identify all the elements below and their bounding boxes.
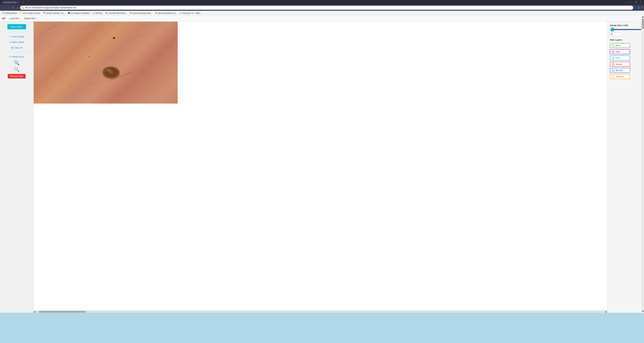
load-file-menu[interactable]: Load File ▾ — [8, 16, 21, 20]
scroll-down-button[interactable]: ▼ — [642, 310, 644, 313]
mole-label: Mole — [616, 44, 620, 47]
bookmark-lesiondb[interactable]: 🔖 Lesiondb administrati... — [104, 12, 128, 14]
pore-radio[interactable] — [612, 57, 614, 59]
profile-icon[interactable]: 👤 — [638, 6, 640, 9]
github-icon-2: 🐱 — [155, 12, 157, 14]
red-spot-2 — [70, 86, 71, 86]
stroke-value-input[interactable]: 5 — [610, 32, 620, 36]
reset-icon: ↻ — [10, 56, 11, 58]
scroll-thumb-vertical[interactable] — [642, 22, 644, 29]
horizontal-scrollbar[interactable]: ◀ ▶ — [34, 310, 607, 313]
home-button[interactable]: ⌂ — [16, 6, 19, 10]
layer-redness-button[interactable]: Redness — [610, 74, 630, 79]
redo-icon: ↪ — [9, 41, 11, 44]
bookmark-label: REDCap — [95, 12, 102, 14]
mole-radio[interactable] — [612, 44, 614, 47]
tab-title: Annotation Tool — [3, 1, 16, 3]
hair-line — [126, 32, 146, 42]
bookmark-label: Homepage | DeepMind — [70, 12, 90, 14]
menu-icon[interactable]: ≡ — [641, 6, 643, 9]
layer-hair-button[interactable]: Hair — [610, 49, 630, 54]
redo-stroke-label: Redo Stroke — [12, 41, 24, 44]
refresh-button[interactable]: ↻ — [12, 6, 15, 10]
extensions-icon[interactable]: ⋯ — [634, 6, 636, 9]
scroll-right-button[interactable]: ▶ — [606, 311, 607, 313]
clear-all-button[interactable]: 🗑 Clear All — [10, 46, 24, 50]
hair-line — [39, 25, 56, 35]
pore-label: Pore — [616, 57, 620, 59]
close-button[interactable]: × — [640, 1, 643, 4]
scroll-left-button[interactable]: ◀ — [34, 311, 35, 313]
wrinkle-radio[interactable] — [612, 69, 614, 72]
restore-button[interactable]: ❐ — [634, 1, 638, 4]
url-text: file:///C:/develop/IAT-image-annotation-… — [25, 6, 629, 9]
layer-wrinkle-button[interactable]: Wrinkle — [610, 68, 630, 73]
clear-all-label: Clear All — [14, 46, 22, 49]
redcap-icon: 📋 — [92, 12, 94, 14]
redo-stroke-button[interactable]: ↪ Redo Stroke — [8, 40, 26, 44]
hair-label: Hair — [616, 50, 620, 53]
bookmark-label: raluca-san/python-util... — [158, 12, 177, 14]
bitbucket-icon: 🔗 — [180, 12, 182, 14]
load-file-label: Load File — [10, 17, 18, 20]
bookmark-label: Google Calendar - Au... — [46, 12, 65, 14]
undo-stroke-button[interactable]: ↩ Undo Stroke — [8, 35, 26, 38]
zoom-out-button[interactable]: 🔍 — [14, 67, 20, 72]
bookmark-raluca-python[interactable]: 🐱 raluca-san/python-util... — [154, 12, 178, 14]
bookmark-raluca-seg[interactable]: 🐱 raluca-san/segmentati... — [129, 12, 153, 14]
zoom-in-button[interactable]: 🔍 — [14, 60, 20, 65]
layer-vessel-button[interactable]: Vessel — [610, 62, 630, 66]
reload-page-button[interactable]: Reload Page — [8, 74, 26, 78]
export-file-menu[interactable]: Export File ▾ — [23, 16, 37, 20]
title-bar-controls: ∞ − ❐ × — [626, 1, 643, 4]
skin-layers-title: Skin Layers — [610, 38, 641, 41]
bookmark-label: Getting Started — [4, 12, 17, 14]
app-container: IAT Load File ▾ Export File ▾ Draw Strok… — [0, 16, 644, 343]
app-toolbar: IAT Load File ▾ Export File ▾ — [0, 16, 644, 22]
red-spot-1 — [88, 56, 90, 57]
annotation-canvas[interactable] — [34, 22, 178, 104]
reset-zoom-button[interactable]: ↻ Reset Zoom — [8, 55, 26, 58]
new-tab-button[interactable]: + — [21, 1, 25, 4]
title-bar: Annotation Tool × + ∞ − ❐ × — [0, 0, 644, 5]
app-logo: IAT — [2, 17, 6, 20]
browser-tab[interactable]: Annotation Tool × — [1, 1, 20, 4]
bookmark-artorg[interactable]: 🔗 artorg_igt / lit — Bitbu... — [178, 12, 203, 14]
forward-button[interactable]: → — [6, 6, 10, 10]
bookmark-deepmind[interactable]: 🔵 Homepage | DeepMind — [67, 12, 90, 14]
small-mole — [113, 37, 115, 39]
vessel-radio[interactable] — [612, 63, 614, 66]
bookmark-star-icon[interactable]: ☆ — [630, 7, 632, 9]
bookmark-from-chrome[interactable]: 📁 From Google Chrome — [18, 12, 41, 14]
bookmark-redcap[interactable]: 📋 REDCap — [91, 12, 103, 14]
extension-icon[interactable]: ∞ — [626, 1, 628, 4]
bottom-section — [0, 313, 644, 343]
right-panel: Stroke Size 1-100 5 Skin Layers Mole — [607, 22, 644, 313]
browser-window: Annotation Tool × + ∞ − ❐ × ← → ↻ ⌂ 🔒 fi… — [0, 0, 644, 343]
hair-line — [143, 72, 158, 83]
address-bar[interactable]: 🔒 file:///C:/develop/IAT-image-annotatio… — [20, 6, 633, 10]
bookmark-label: From Google Chrome — [22, 12, 40, 14]
back-button[interactable]: ← — [1, 6, 5, 10]
bookmarks-bar: ★ Getting Started 📁 From Google Chrome 📅… — [0, 11, 644, 16]
hair-radio[interactable] — [612, 51, 614, 53]
stroke-size-slider[interactable] — [610, 29, 641, 30]
layer-mole-button[interactable]: Mole — [610, 43, 630, 48]
bookmark-label: artorg_igt / lit — Bitbu... — [182, 12, 202, 14]
bookmark-gcal[interactable]: 📅 Google Calendar - Au... — [42, 12, 66, 14]
draw-stroke-button[interactable]: Draw Stroke — [8, 24, 26, 29]
redness-radio[interactable] — [612, 76, 614, 78]
canvas-area[interactable] — [34, 22, 607, 310]
nav-extra-buttons: ⋯ 👤 ≡ — [634, 6, 643, 9]
tab-close-button[interactable]: × — [17, 2, 18, 3]
scroll-thumb-horizontal[interactable] — [39, 311, 86, 313]
main-content: Draw Stroke ↩ Undo Stroke ↪ Redo Stroke … — [0, 22, 644, 313]
deepmind-icon: 🔵 — [68, 12, 70, 14]
vertical-scrollbar[interactable]: ▲ ▼ — [642, 22, 644, 313]
wrinkle-label: Wrinkle — [616, 69, 623, 72]
bookmark-getting-started[interactable]: ★ Getting Started — [1, 12, 18, 14]
layer-pore-button[interactable]: Pore — [610, 56, 630, 60]
minimize-button[interactable]: − — [629, 1, 632, 4]
load-file-dropdown-icon: ▾ — [19, 18, 20, 19]
stroke-size-title: Stroke Size 1-100 — [610, 24, 641, 27]
